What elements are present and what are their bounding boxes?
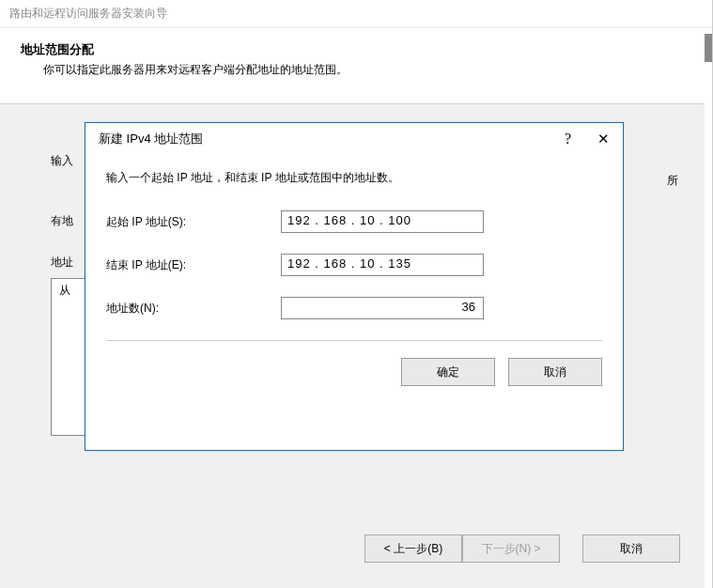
list-column-header: 从	[59, 284, 70, 297]
back-button[interactable]: < 上一步(B)	[364, 534, 462, 563]
new-range-dialog: 新建 IPv4 地址范围 ? ✕ 输入一个起始 IP 地址，和结束 IP 地址或…	[85, 122, 624, 451]
dialog-title: 新建 IPv4 地址范围	[99, 131, 203, 147]
dialog-body: 输入一个起始 IP 地址，和结束 IP 地址或范围中的地址数。 起始 IP 地址…	[85, 153, 623, 319]
end-ip-input[interactable]: 192 . 168 . 10 . 135	[281, 254, 484, 276]
next-button: 下一步(N) >	[462, 534, 560, 563]
cancel-button[interactable]: 取消	[582, 534, 680, 563]
body-text-frag: 有地	[51, 214, 73, 227]
body-text-frag: 所	[667, 171, 678, 192]
wizard-footer: < 上一步(B) 下一步(N) > 取消	[0, 526, 705, 571]
window-title: 路由和远程访问服务器安装向导	[0, 0, 712, 28]
start-ip-label: 起始 IP 地址(S):	[106, 214, 281, 230]
dialog-footer: 确定 取消	[85, 341, 623, 386]
end-ip-label: 结束 IP 地址(E):	[106, 257, 281, 273]
page-subheading: 你可以指定此服务器用来对远程客户端分配地址的地址范围。	[21, 58, 691, 78]
wizard-header: 地址范围分配 你可以指定此服务器用来对远程客户端分配地址的地址范围。	[0, 28, 712, 95]
help-icon[interactable]: ?	[565, 131, 571, 147]
count-label: 地址数(N):	[106, 301, 281, 317]
scrollbar-thumb[interactable]	[705, 34, 712, 62]
start-ip-row: 起始 IP 地址(S): 192 . 168 . 10 . 100	[106, 210, 602, 233]
count-row: 地址数(N): 36	[106, 297, 602, 319]
count-input[interactable]: 36	[281, 297, 484, 319]
dialog-titlebar: 新建 IPv4 地址范围 ? ✕	[85, 123, 623, 153]
body-text-frag: 地址	[51, 255, 73, 269]
dialog-cancel-button[interactable]: 取消	[508, 358, 602, 386]
page-heading: 地址范围分配	[21, 41, 691, 58]
start-ip-input[interactable]: 192 . 168 . 10 . 100	[281, 210, 484, 233]
end-ip-row: 结束 IP 地址(E): 192 . 168 . 10 . 135	[106, 254, 602, 276]
wizard-window: 路由和远程访问服务器安装向导 地址范围分配 你可以指定此服务器用来对远程客户端分…	[0, 0, 713, 588]
body-text-frag: 输入	[51, 154, 73, 167]
close-icon[interactable]: ✕	[597, 131, 610, 147]
dialog-instruction: 输入一个起始 IP 地址，和结束 IP 地址或范围中的地址数。	[106, 164, 602, 210]
ok-button[interactable]: 确定	[401, 358, 495, 386]
